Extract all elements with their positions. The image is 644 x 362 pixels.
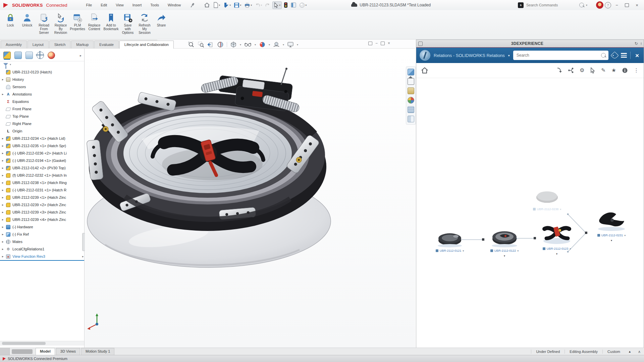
tree-item[interactable]: UBR-2112-0238 <1> (Hatch Ring [0, 179, 84, 186]
apply-scene-icon[interactable] [273, 41, 280, 48]
tree-item[interactable]: View Function Rev3 [0, 253, 84, 261]
commandmanager-tab[interactable]: Layout [28, 41, 49, 48]
node-expand-chevron-icon[interactable]: ▾ [570, 247, 571, 250]
expand-arrow-icon[interactable] [2, 233, 6, 236]
splitter-corner[interactable] [0, 348, 10, 355]
node-expand-chevron-icon[interactable]: ▾ [463, 249, 464, 252]
tree-item[interactable]: Equations [0, 98, 84, 105]
task-pane-button[interactable] [290, 2, 297, 8]
add-to-bookmark-button[interactable]: Add to Bookmark [103, 12, 119, 39]
minimize-button[interactable]: − [612, 2, 621, 8]
viewport-restore-icon[interactable] [368, 42, 372, 45]
home-button[interactable] [203, 1, 211, 9]
command-search-input[interactable] [526, 3, 577, 7]
commandmanager-tab[interactable]: Evaluate [94, 41, 119, 48]
panel-collapse-arrow-icon[interactable]: ▸ [82, 255, 84, 258]
viewport-close-icon[interactable]: × [388, 41, 390, 46]
tree-item[interactable]: UBR-2112-0239 <3> (Hatch Zinc [0, 208, 84, 216]
configuration-manager-tab-icon[interactable] [25, 52, 33, 59]
status-chevron-icon[interactable]: ∧ [635, 350, 644, 354]
panel-refresh-icon[interactable]: ↻ [635, 41, 638, 46]
property-manager-tab-icon[interactable] [14, 52, 22, 59]
expand-arrow-icon[interactable] [2, 78, 6, 81]
pane-toggle-icon[interactable] [408, 116, 414, 122]
expand-arrow-icon[interactable] [2, 196, 6, 199]
tree-item[interactable]: Top Plane [0, 113, 84, 120]
tree-item[interactable]: (-) UBR-2112-0194 <1> (Gasket) [0, 157, 84, 164]
reload-from-server-button[interactable]: Reload From Server [36, 12, 52, 39]
edit-appearance-icon[interactable] [259, 41, 266, 48]
tree-item[interactable]: UBR-2112-0239 <4> (Hatch Zinc [0, 216, 84, 223]
redo-button[interactable] [264, 2, 271, 8]
view-settings-icon[interactable] [287, 41, 294, 48]
graphics-viewport[interactable] [85, 49, 415, 348]
display-style-icon[interactable] [230, 41, 237, 48]
share-button[interactable]: Share [153, 12, 170, 39]
select-tool-button[interactable]: ▾ [272, 1, 282, 9]
expand-arrow-icon[interactable] [2, 188, 6, 192]
expand-arrow-icon[interactable] [2, 210, 6, 214]
tree-horizontal-scrollbar[interactable] [0, 341, 84, 346]
tag-icon[interactable] [610, 51, 619, 59]
relations-graph-icon[interactable] [568, 67, 574, 73]
expand-arrow-icon[interactable] [2, 159, 6, 162]
save-with-options-button[interactable]: Save with Options [119, 12, 136, 39]
menu-item[interactable]: Tools [146, 2, 163, 8]
appearance-caret-icon[interactable]: ▾ [269, 43, 270, 46]
expand-arrow-icon[interactable] [2, 93, 6, 96]
print-button[interactable]: ▾ [243, 2, 253, 8]
tree-item[interactable]: UBR-2112-0235 <1> (Hatch Spr) [0, 142, 84, 149]
grid-display-icon[interactable] [408, 106, 414, 113]
menu-item[interactable]: Insert [128, 2, 146, 8]
lifecycle-status-icon[interactable] [283, 1, 289, 9]
menu-item[interactable]: Edit [97, 2, 111, 8]
tree-item[interactable]: (-) UBR-2112-0231 <1> (Hatch R [0, 186, 84, 194]
appearance-wheel-icon[interactable] [408, 97, 414, 104]
commandmanager-tab[interactable]: Assembly [1, 41, 27, 48]
tree-item[interactable]: UBR-2112-0239 <1> (Hatch Zinc [0, 194, 84, 201]
node-more-caret-icon[interactable]: ▾ [556, 252, 557, 255]
hide-show-items-icon[interactable] [244, 41, 252, 48]
tree-item[interactable]: Sensors [0, 83, 84, 90]
view-settings-caret-icon[interactable]: ▾ [297, 43, 298, 46]
select-cursor-icon[interactable] [590, 67, 595, 73]
compass-icon[interactable] [420, 50, 430, 61]
panel-search-input[interactable] [516, 53, 599, 58]
expand-arrow-icon[interactable] [2, 218, 6, 221]
bottom-scrollbar-thumb[interactable] [12, 349, 33, 354]
home-view-icon[interactable] [408, 78, 414, 85]
panel-menu-icon[interactable] [621, 53, 627, 58]
menu-item[interactable]: Window [164, 2, 185, 8]
feature-tree-tab-icon[interactable] [3, 52, 11, 59]
plm-properties-button[interactable]: PLM Properties [69, 12, 86, 39]
previous-view-icon[interactable] [207, 41, 214, 48]
search-icon[interactable] [579, 3, 584, 7]
settings-gear-icon[interactable]: ⚙ [580, 68, 584, 73]
refresh-my-session-button[interactable]: Refresh My Session [136, 12, 153, 39]
filter-icon[interactable] [3, 63, 8, 66]
expand-arrow-icon[interactable] [2, 255, 6, 258]
replace-content-button[interactable]: Replace Content [86, 12, 103, 39]
commandmanager-tab[interactable]: Lifecycle and Collaboration [119, 41, 174, 49]
panel-close-icon[interactable]: × [634, 52, 640, 59]
tree-item[interactable]: Front Plane [0, 105, 84, 113]
display-manager-tab-icon[interactable] [48, 52, 55, 59]
view-cube-icon[interactable] [408, 69, 414, 75]
node-more-caret-icon[interactable]: ▾ [504, 254, 505, 257]
tree-item[interactable]: (f) UBR-2112-0232 <1> (Hatch In [0, 172, 84, 179]
expand-arrow-icon[interactable] [2, 166, 6, 170]
commandmanager-tab[interactable]: Markup [71, 41, 94, 48]
panel-expand-chevron-icon[interactable]: ▸ [80, 54, 82, 57]
dimxpert-manager-tab-icon[interactable] [37, 52, 44, 59]
relation-node[interactable]: UBR-2112-0231 ▾ ▾ [588, 208, 635, 242]
tree-item[interactable]: UBR-2112-0239 <2> (Hatch Zinc [0, 201, 84, 208]
save-button[interactable]: ▾ [233, 2, 242, 9]
restore-button[interactable] [623, 2, 631, 8]
lock-button[interactable]: Lock [2, 12, 19, 39]
expand-arrow-icon[interactable] [2, 144, 6, 147]
tree-item[interactable]: UBR-2112-0123 (Hatch) [0, 68, 84, 76]
hide-show-caret-icon[interactable]: ▾ [255, 43, 256, 46]
search-caret-icon[interactable]: ▾ [586, 4, 587, 7]
relation-node[interactable]: UBR-2112-0121 ▾ [430, 229, 470, 252]
viewport-maximize-icon[interactable] [381, 42, 385, 45]
